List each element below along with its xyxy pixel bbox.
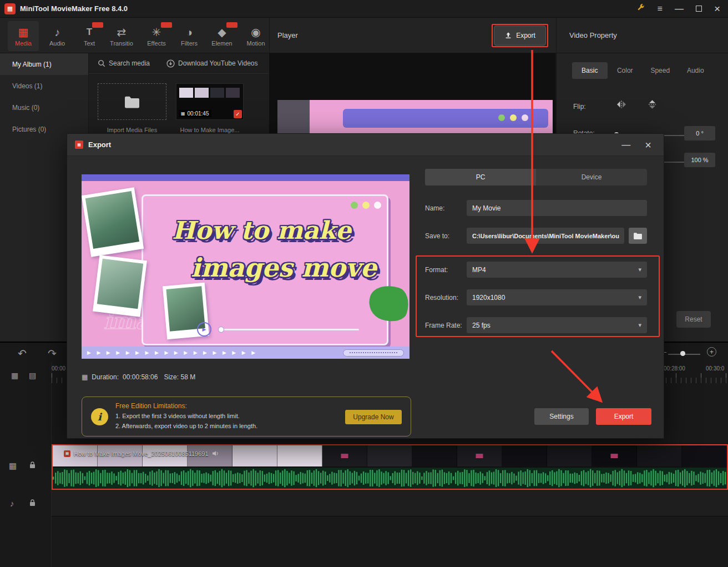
search-icon (98, 59, 105, 67)
folder-icon (123, 94, 141, 109)
activate-wrench-icon[interactable] (636, 3, 645, 14)
reset-button[interactable]: Reset (676, 311, 711, 328)
audio-track-lock-icon[interactable] (29, 499, 36, 509)
zoom-in-icon[interactable]: + (707, 347, 716, 357)
download-youtube-label: Download YouTube Videos (178, 59, 257, 67)
video-duration: 00:01:45 (188, 111, 209, 117)
sidebar-item-my-album[interactable]: My Album (1) (0, 53, 88, 75)
preview-play-icon: ▶ (197, 322, 211, 337)
video-duration-badge: ▦ 00:01:45 (179, 110, 211, 117)
ruler-time-start: 00:00 (52, 365, 65, 372)
name-input[interactable]: My Movie (467, 200, 647, 216)
tab-pc[interactable]: PC (425, 169, 536, 185)
save-path-value: C:\Users\libur\Documents\MiniTool MovieM… (472, 233, 619, 239)
preview-title-line2: images move (191, 253, 377, 283)
export-dialog-title: Export (88, 141, 111, 149)
preview-bottom-strip: ▶ ▶ ▶ ▶ ▶ ▶ ▶ ▶ ▶ ▶ ▶ ▶ ▶ ▶ ▶ ▶ ▶ ▶ (82, 347, 410, 359)
size-text: Size: 58 M (164, 373, 195, 381)
save-path-input[interactable]: C:\Users\libur\Documents\MiniTool MovieM… (467, 228, 624, 244)
dialog-minimize-button[interactable]: — (621, 141, 630, 149)
preview-window-dots (498, 114, 528, 121)
upgrade-now-button[interactable]: Upgrade Now (345, 410, 402, 424)
media-video-card[interactable]: ▦ 00:01:45 ✓ (176, 83, 244, 120)
audio-waveform (53, 468, 727, 489)
limitations-line2: 2. Afterwards, export video up to 2 minu… (115, 423, 257, 429)
video-track-lock-icon[interactable] (29, 461, 36, 471)
timeline-track-2[interactable] (52, 490, 728, 516)
export-button-dialog[interactable]: Export (596, 408, 651, 425)
import-media-button[interactable] (98, 83, 166, 120)
dialog-logo-icon: ▦ (75, 141, 83, 149)
limitations-line1: 1. Export the first 3 videos without len… (115, 413, 240, 419)
toolbar-label: Elemen (211, 40, 232, 47)
film-icon: ▦ (181, 111, 185, 116)
tab-speed[interactable]: Speed (643, 62, 678, 79)
name-label: Name: (425, 204, 444, 212)
tab-device[interactable]: Device (536, 169, 647, 185)
toolbar-tab-text[interactable]: T Text (75, 21, 103, 51)
sidebar-item-videos[interactable]: Videos (1) (0, 75, 88, 97)
settings-button[interactable]: Settings (534, 408, 589, 425)
toolbar-tab-filters[interactable]: ◑ Filters (174, 21, 204, 51)
timeline-video-clip[interactable]: ▦ How to Make Images Move_20250610085119… (52, 444, 728, 490)
target-tabs: PC Device (425, 169, 647, 185)
preview-play-markers: ▶ ▶ ▶ ▶ ▶ ▶ ▶ ▶ ▶ ▶ ▶ ▶ ▶ ▶ ▶ ▶ ▶ ▶ (87, 350, 257, 355)
maximize-button[interactable] (696, 6, 702, 12)
speaker-icon (212, 450, 219, 457)
toolbar-tab-effects[interactable]: ✳ Effects (141, 21, 172, 51)
sidebar-item-music[interactable]: Music (0) (0, 97, 88, 118)
duration-label: Duration: (92, 373, 119, 381)
browse-folder-button[interactable] (629, 228, 647, 244)
add-video-track-icon[interactable]: ▦ (11, 371, 18, 380)
timeline-zoom-handle[interactable] (680, 351, 685, 356)
dialog-close-button[interactable]: × (645, 141, 651, 149)
app-window: ▦ MiniTool MovieMaker Free 8.4.0 ≡ — × ▦… (0, 0, 728, 567)
undo-icon[interactable]: ↶ (18, 347, 27, 360)
minimize-button[interactable]: — (675, 4, 684, 13)
effects-icon: ✳ (152, 26, 161, 38)
search-media-label: Search media (109, 59, 150, 67)
media-icon: ▦ (18, 26, 29, 38)
toolbar-tab-audio[interactable]: ♪ Audio (42, 21, 72, 51)
divider (556, 18, 557, 53)
toolbar-label: Filters (181, 40, 198, 47)
limited-free-badge (92, 22, 103, 28)
menu-icon[interactable]: ≡ (658, 4, 663, 13)
property-tabs: Basic Color Speed Audio (572, 62, 713, 79)
import-media-label: Import Media Files (98, 127, 166, 133)
rotate-value[interactable]: 0 ° (684, 126, 715, 141)
flip-horizontal-icon[interactable] (615, 100, 628, 111)
elements-icon: ◆ (218, 26, 226, 38)
audio-icon: ♪ (54, 26, 60, 38)
flip-vertical-icon[interactable] (648, 99, 657, 112)
tab-audio[interactable]: Audio (678, 62, 714, 79)
toolbar-tab-motion[interactable]: ◉ Motion (241, 21, 271, 51)
tab-color[interactable]: Color (608, 62, 643, 79)
folder-icon (633, 232, 643, 240)
tab-basic[interactable]: Basic (572, 62, 608, 79)
toolbar-label: Transitio (110, 40, 133, 47)
preview-photo (82, 187, 144, 257)
scale-value[interactable]: 100 % (684, 153, 715, 167)
preview-progress-line (219, 329, 359, 330)
add-overlay-track-icon[interactable]: ▤ (29, 371, 36, 380)
audio-track-icon: ♪ (10, 499, 14, 508)
ruler-time-mid: 00:28:00 (664, 365, 685, 372)
download-youtube-button[interactable]: Download YouTube Videos (166, 59, 257, 68)
name-value: My Movie (472, 204, 501, 212)
duration-row: ▦ Duration: 00:00:58:06 Size: 58 M (82, 373, 195, 381)
preview-pill (343, 349, 404, 357)
toolbar-tab-transition[interactable]: ⇄ Transitio (103, 21, 140, 51)
selected-check-icon: ✓ (234, 110, 242, 118)
toolbar-label: Motion (246, 40, 265, 47)
close-button[interactable]: × (714, 4, 720, 13)
redo-icon[interactable]: ↷ (48, 347, 57, 360)
toolbar-tab-media[interactable]: ▦ Media (8, 21, 39, 51)
annotation-rect-format-area (416, 255, 660, 337)
search-media-button[interactable]: Search media (98, 59, 150, 67)
clip-title: How to Make Images Move_2025061008511969… (74, 450, 209, 457)
titlebar: ▦ MiniTool MovieMaker Free 8.4.0 ≡ — × (0, 0, 728, 18)
clip-app-icon: ▦ (64, 450, 70, 457)
toolbar-tab-elements[interactable]: ◆ Elemen (206, 21, 237, 51)
top-toolbar: ▦ Media ♪ Audio T Text ⇄ Transitio ✳ Eff… (0, 18, 728, 53)
